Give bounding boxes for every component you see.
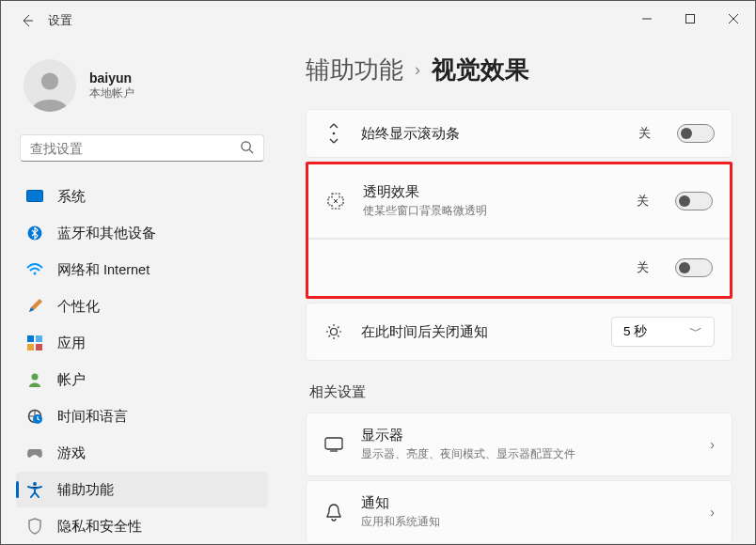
sidebar-item-label: 时间和语言: [57, 408, 128, 426]
scrollbar-row: 始终显示滚动条 关: [306, 109, 732, 158]
svg-line-6: [249, 149, 253, 153]
chevron-right-icon: ›: [710, 505, 715, 520]
notifications-link-row[interactable]: 通知 应用和系统通知 ›: [306, 480, 732, 544]
display-icon: [323, 437, 344, 452]
account-sub: 本地帐户: [89, 86, 134, 101]
breadcrumb-parent[interactable]: 辅助功能: [306, 54, 403, 86]
blank-state: 关: [637, 259, 649, 276]
svg-rect-10: [27, 335, 34, 342]
avatar: [24, 59, 76, 112]
blank-row: 关: [308, 239, 730, 296]
transparency-row: 透明效果 使某些窗口背景略微透明 关: [308, 164, 730, 239]
transparency-icon: [325, 192, 346, 210]
breadcrumb: 辅助功能 › 视觉效果: [306, 54, 732, 86]
notification-timeout-title: 在此时间后关闭通知: [361, 323, 594, 341]
svg-rect-11: [36, 335, 42, 342]
search-input[interactable]: [30, 141, 240, 156]
sidebar-item-label: 个性化: [57, 298, 100, 316]
sidebar-item-apps[interactable]: 应用: [16, 325, 268, 361]
svg-rect-13: [36, 344, 42, 350]
blank-toggle[interactable]: [675, 258, 713, 277]
sidebar-item-label: 辅助功能: [57, 481, 114, 499]
accessibility-icon: [25, 480, 44, 499]
display-title: 显示器: [361, 427, 693, 444]
sidebar-item-label: 帐户: [57, 371, 86, 389]
scrollbar-icon: [323, 123, 344, 144]
sidebar: baiyun 本地帐户 系统 蓝牙和其他设备 网络和 Internet: [1, 40, 283, 544]
highlight-box: 透明效果 使某些窗口背景略微透明 关 关: [306, 162, 732, 299]
svg-rect-1: [686, 15, 695, 23]
back-button[interactable]: [10, 13, 44, 28]
notifications-desc: 应用和系统通知: [361, 514, 693, 530]
transparency-title: 透明效果: [363, 183, 620, 201]
sidebar-item-bluetooth[interactable]: 蓝牙和其他设备: [16, 215, 268, 251]
notification-timeout-row: 在此时间后关闭通知 5 秒 ﹀: [306, 303, 732, 361]
scrollbar-toggle[interactable]: [677, 124, 715, 143]
scrollbar-title: 始终显示滚动条: [361, 125, 622, 143]
sidebar-item-network[interactable]: 网络和 Internet: [16, 252, 268, 288]
svg-rect-20: [325, 438, 342, 449]
brush-icon: [25, 297, 44, 316]
close-button[interactable]: [712, 1, 755, 37]
sidebar-item-gaming[interactable]: 游戏: [16, 435, 268, 471]
sidebar-item-time-language[interactable]: 时间和语言: [16, 398, 268, 434]
gamepad-icon: [25, 444, 44, 462]
svg-rect-7: [27, 191, 43, 202]
svg-point-9: [34, 272, 37, 275]
sidebar-item-label: 网络和 Internet: [57, 261, 150, 279]
account-section[interactable]: baiyun 本地帐户: [16, 48, 283, 131]
breadcrumb-current: 视觉效果: [432, 54, 529, 86]
sidebar-item-label: 应用: [57, 335, 86, 352]
display-link-row[interactable]: 显示器 显示器、亮度、夜间模式、显示器配置文件 ›: [306, 413, 732, 476]
search-icon: [240, 140, 254, 157]
sidebar-item-accessibility[interactable]: 辅助功能: [16, 472, 268, 507]
content: 辅助功能 › 视觉效果 始终显示滚动条 关 透明效果 使某些窗口背景略微透明: [283, 40, 755, 544]
display-desc: 显示器、亮度、夜间模式、显示器配置文件: [361, 446, 693, 462]
sidebar-item-accounts[interactable]: 帐户: [16, 362, 268, 397]
related-settings-label: 相关设置: [309, 383, 732, 401]
sidebar-item-system[interactable]: 系统: [16, 179, 268, 214]
sidebar-item-label: 隐私和安全性: [57, 518, 142, 536]
sidebar-item-privacy[interactable]: 隐私和安全性: [16, 508, 268, 544]
bluetooth-icon: [25, 224, 44, 242]
sidebar-item-personalization[interactable]: 个性化: [16, 288, 268, 324]
svg-point-17: [33, 482, 37, 486]
window-title: 设置: [48, 13, 72, 29]
scrollbar-state: 关: [638, 125, 651, 142]
svg-point-19: [331, 329, 338, 335]
shield-icon: [25, 517, 44, 536]
apps-icon: [25, 334, 44, 352]
dropdown-value: 5 秒: [623, 323, 647, 340]
svg-point-5: [242, 141, 250, 149]
transparency-state: 关: [637, 193, 649, 210]
svg-point-14: [32, 374, 39, 381]
lightbulb-icon: [323, 322, 344, 341]
maximize-button[interactable]: [669, 1, 712, 37]
minimize-button[interactable]: [625, 1, 669, 37]
chevron-right-icon: ›: [415, 60, 420, 80]
chevron-right-icon: ›: [710, 437, 715, 452]
globe-icon: [25, 407, 44, 426]
sidebar-item-label: 游戏: [57, 444, 86, 462]
notifications-title: 通知: [361, 494, 693, 512]
search-input-wrapper[interactable]: [20, 134, 264, 162]
transparency-desc: 使某些窗口背景略微透明: [363, 203, 620, 219]
sidebar-item-label: 系统: [57, 188, 86, 206]
bell-icon: [323, 503, 344, 522]
transparency-toggle[interactable]: [675, 192, 713, 210]
svg-rect-12: [27, 344, 34, 350]
system-icon: [25, 187, 44, 206]
svg-point-4: [41, 72, 58, 89]
notification-timeout-dropdown[interactable]: 5 秒 ﹀: [611, 317, 715, 347]
svg-point-18: [333, 132, 336, 135]
sidebar-item-label: 蓝牙和其他设备: [57, 225, 156, 242]
person-icon: [25, 370, 44, 389]
wifi-icon: [25, 260, 44, 279]
account-name: baiyun: [89, 70, 134, 86]
chevron-down-icon: ﹀: [689, 323, 702, 340]
